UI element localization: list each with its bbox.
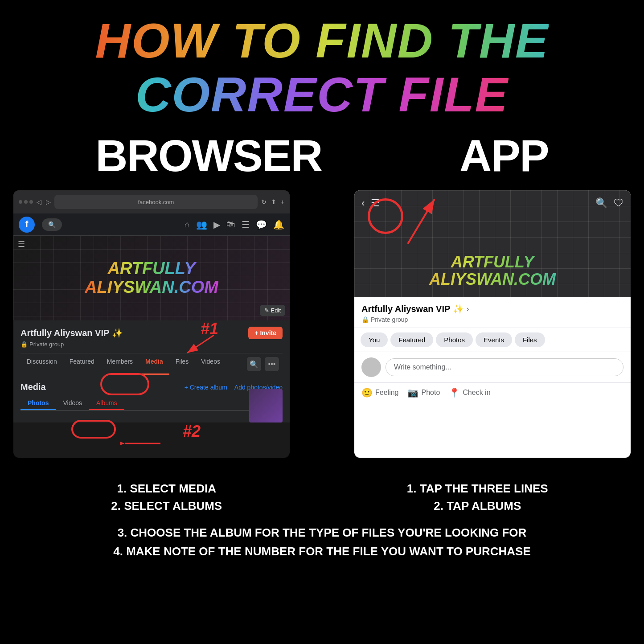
feeling-action[interactable]: 🙂 Feeling [361,387,398,398]
browser-dots [19,200,33,204]
annotation-1-group: #1 [201,320,218,338]
app-tab-featured[interactable]: Featured [390,332,433,347]
page-header: HOW TO FIND THE CORRECT FILE [0,0,644,126]
cover-title: ARTFULLY ALIYSWAN.COM [85,259,218,297]
tab-actions: 🔍 ••• [243,353,283,375]
app-instructions: 1. TAP THE THREE LINES 2. TAP ALBUMS [329,480,627,515]
forward-icon[interactable]: ▷ [46,198,51,205]
notification-icon[interactable]: 🔔 [273,219,284,230]
checkin-action[interactable]: 📍 Check in [449,387,490,398]
back-icon[interactable]: ◁ [37,198,41,205]
browser-instructions: 1. SELECT MEDIA 2. SELECT ALBUMS [18,480,316,515]
back-chevron-icon[interactable]: ‹ [361,197,365,209]
search-tab-icon[interactable]: 🔍 [247,357,261,371]
plus-icon[interactable]: + [281,198,284,205]
app-tab-photos[interactable]: Photos [436,332,473,347]
subtab-videos[interactable]: Videos [56,397,89,410]
edit-label: Edit [271,307,281,314]
app-arrow-svg [372,190,443,253]
fb-group-name: Artfully Aliyswan VIP ✨ [21,328,123,338]
media-thumbnail [249,389,283,422]
checkin-icon: 📍 [449,387,460,398]
screenshots-row: ◁ ▷ facebook.com ↻ ⬆ + f 🔍 ⌂ 👥 ▶ 🛍 [0,190,644,467]
annotation-1-arrow [183,333,218,360]
tab-discussion[interactable]: Discussion [21,353,63,375]
browser-inst-line1: 1. SELECT MEDIA [18,480,316,497]
feeling-emoji-icon: 🙂 [361,387,373,398]
bottom-inst-line3: 3. CHOOSE THE ALBUM FOR THE TYPE OF FILE… [18,524,626,542]
browser-inst-line2: 2. SELECT ALBUMS [18,497,316,515]
app-tab-events[interactable]: Events [476,332,512,347]
app-group-name-row: Artfully Aliyswan VIP ✨ › [361,304,623,314]
subtab-albums[interactable]: Albums [89,397,124,410]
dot1 [19,200,22,204]
fb-media-header: Media + Create album Add photos/video [21,382,283,392]
annotation-2-label: #2 [183,422,201,440]
share-icon[interactable]: ⬆ [271,198,276,205]
lock-icon: 🔒 [21,341,28,348]
watch-icon[interactable]: ▶ [213,219,220,230]
app-screenshot: ‹ ☰ 🔍 🛡 ARTFULLY ALIYSWAN.COM Artfully A… [354,190,631,458]
fb-logo-icon: f [19,217,35,233]
cover-title-line1: ARTFULLY [85,259,218,278]
user-avatar [361,357,381,377]
fb-subtabs: Photos Videos Albums [21,397,283,411]
marketplace-icon[interactable]: 🛍 [226,219,235,230]
invite-label: Invite [260,329,276,336]
bottom-inst-line4: 4. MAKE NOTE OF THE NUMBER FOR THE FILE … [18,542,626,561]
chevron-right-icon: › [467,304,469,314]
menu-icon[interactable]: ☰ [242,219,250,230]
more-tab-icon[interactable]: ••• [265,357,279,371]
friends-icon[interactable]: 👥 [196,219,207,230]
annotation-2-arrow [120,435,165,457]
app-tab-you[interactable]: You [361,332,388,347]
feeling-label: Feeling [375,389,398,397]
app-cover-title-line1: ARTFULLY [354,253,631,271]
app-cover-title: ARTFULLY ALIYSWAN.COM [354,253,631,288]
write-something-input[interactable]: Write something... [386,358,623,376]
tab-media[interactable]: Media [139,353,169,375]
fb-nav-bar: f 🔍 ⌂ 👥 ▶ 🛍 ☰ 💬 🔔 [13,213,290,236]
tab-featured[interactable]: Featured [63,353,101,375]
browser-screenshot: ◁ ▷ facebook.com ↻ ⬆ + f 🔍 ⌂ 👥 ▶ 🛍 [13,190,290,458]
dot3 [29,200,33,204]
app-actions-row: 🙂 Feeling 📷 Photo 📍 Check in [354,383,631,402]
annotation-2-group: #2 [183,422,201,441]
app-group-name: Artfully Aliyswan VIP ✨ [361,304,464,314]
app-write-row: Write something... [354,352,631,383]
browser-top-bar: ◁ ▷ facebook.com ↻ ⬆ + [13,190,290,213]
home-icon[interactable]: ⌂ [185,219,190,230]
subtab-photos[interactable]: Photos [21,397,56,410]
invite-button[interactable]: + Invite [248,327,283,339]
tab-members[interactable]: Members [101,353,139,375]
app-tabs-row: You Featured Photos Events Files [354,328,631,352]
media-circle [100,373,149,395]
app-group-name-bar: Artfully Aliyswan VIP ✨ › 🔒 Private grou… [354,297,631,328]
search-icon: 🔍 [48,221,56,228]
app-group-private: 🔒 Private group [361,316,623,323]
sections-row: BROWSER APP [0,126,644,190]
messenger-icon[interactable]: 💬 [256,219,267,230]
edit-button[interactable]: ✎ Edit [260,305,285,316]
fb-cover-area: ARTFULLY ALIYSWAN.COM ✎ Edit [13,236,290,320]
browser-action-icons: ↻ ⬆ + [261,198,284,205]
reload-icon[interactable]: ↻ [261,198,267,205]
instructions-row: 1. SELECT MEDIA 2. SELECT ALBUMS 1. TAP … [0,467,644,524]
url-bar[interactable]: facebook.com [54,195,258,209]
photo-action[interactable]: 📷 Photo [407,387,440,398]
fb-group-info: Artfully Aliyswan VIP ✨ + Invite 🔒 Priva… [13,320,290,375]
cover-title-line2: ALIYSWAN.COM [85,278,218,297]
app-inst-line1: 1. TAP THE THREE LINES [329,480,627,497]
fb-search-bar[interactable]: 🔍 [42,218,62,231]
svg-line-1 [187,335,214,353]
app-tab-files[interactable]: Files [515,332,545,347]
fb-nav-icons: ⌂ 👥 ▶ 🛍 ☰ 💬 🔔 [185,219,284,230]
sidebar-toggle-icon[interactable]: ☰ [18,239,25,249]
browser-nav-icons: ◁ ▷ [37,198,51,205]
app-shield-icon: 🛡 [614,197,623,209]
app-search-icon[interactable]: 🔍 [595,197,607,209]
url-text: facebook.com [138,199,174,205]
create-album-link[interactable]: + Create album [185,384,227,391]
media-title: Media [21,382,46,392]
main-title: HOW TO FIND THE CORRECT FILE [95,13,549,122]
